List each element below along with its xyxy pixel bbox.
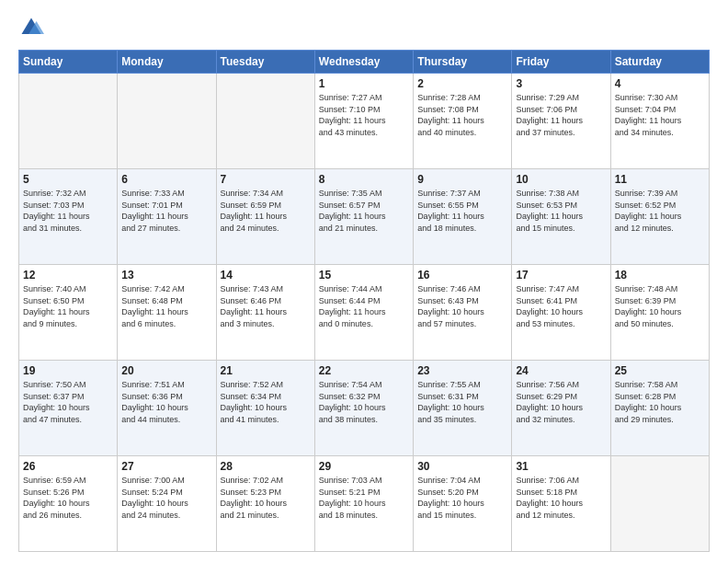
day-info: Sunrise: 7:32 AM Sunset: 7:03 PM Dayligh… [23,188,113,234]
day-cell: 13Sunrise: 7:42 AM Sunset: 6:48 PM Dayli… [118,265,216,361]
day-number: 6 [121,173,211,186]
day-cell: 1Sunrise: 7:27 AM Sunset: 7:10 PM Daylig… [314,74,413,169]
day-number: 22 [319,364,409,377]
day-number: 30 [417,460,507,473]
day-cell: 18Sunrise: 7:48 AM Sunset: 6:39 PM Dayli… [610,265,709,361]
day-cell [118,74,216,169]
col-header-wednesday: Wednesday [314,51,413,74]
day-info: Sunrise: 7:54 AM Sunset: 6:32 PM Dayligh… [319,379,409,425]
day-cell: 14Sunrise: 7:43 AM Sunset: 6:46 PM Dayli… [216,265,314,361]
day-number: 2 [417,77,507,90]
day-info: Sunrise: 7:39 AM Sunset: 6:52 PM Dayligh… [615,188,705,234]
day-number: 1 [319,77,409,90]
day-info: Sunrise: 7:38 AM Sunset: 6:53 PM Dayligh… [516,188,606,234]
day-number: 4 [615,77,705,90]
calendar-header-row: SundayMondayTuesdayWednesdayThursdayFrid… [19,51,710,74]
day-info: Sunrise: 7:28 AM Sunset: 7:08 PM Dayligh… [417,92,507,138]
logo [18,15,48,40]
day-info: Sunrise: 7:30 AM Sunset: 7:04 PM Dayligh… [615,92,705,138]
day-number: 9 [417,173,507,186]
day-number: 8 [319,173,409,186]
day-cell: 10Sunrise: 7:38 AM Sunset: 6:53 PM Dayli… [512,169,610,265]
week-row-0: 1Sunrise: 7:27 AM Sunset: 7:10 PM Daylig… [19,74,710,169]
day-cell: 15Sunrise: 7:44 AM Sunset: 6:44 PM Dayli… [314,265,413,361]
day-info: Sunrise: 7:56 AM Sunset: 6:29 PM Dayligh… [516,379,606,425]
col-header-saturday: Saturday [610,51,709,74]
day-cell: 23Sunrise: 7:55 AM Sunset: 6:31 PM Dayli… [414,361,512,456]
day-info: Sunrise: 7:42 AM Sunset: 6:48 PM Dayligh… [121,283,211,329]
day-cell: 12Sunrise: 7:40 AM Sunset: 6:50 PM Dayli… [19,265,118,361]
day-cell: 24Sunrise: 7:56 AM Sunset: 6:29 PM Dayli… [512,361,610,456]
day-number: 20 [121,364,211,377]
day-number: 13 [121,269,211,282]
day-cell: 4Sunrise: 7:30 AM Sunset: 7:04 PM Daylig… [610,74,709,169]
day-info: Sunrise: 7:04 AM Sunset: 5:20 PM Dayligh… [417,475,507,521]
day-number: 28 [221,460,311,473]
week-row-1: 5Sunrise: 7:32 AM Sunset: 7:03 PM Daylig… [19,169,710,265]
col-header-thursday: Thursday [414,51,512,74]
day-number: 12 [23,269,113,282]
day-info: Sunrise: 7:29 AM Sunset: 7:06 PM Dayligh… [516,92,606,138]
day-number: 18 [615,269,705,282]
day-cell [216,74,314,169]
day-info: Sunrise: 7:00 AM Sunset: 5:24 PM Dayligh… [121,475,211,521]
day-cell: 8Sunrise: 7:35 AM Sunset: 6:57 PM Daylig… [314,169,413,265]
day-number: 21 [221,364,311,377]
logo-icon [18,15,44,40]
day-cell: 19Sunrise: 7:50 AM Sunset: 6:37 PM Dayli… [19,361,118,456]
day-number: 29 [319,460,409,473]
day-cell: 5Sunrise: 7:32 AM Sunset: 7:03 PM Daylig… [19,169,118,265]
day-cell [19,74,118,169]
day-cell: 2Sunrise: 7:28 AM Sunset: 7:08 PM Daylig… [414,74,512,169]
day-number: 19 [23,364,113,377]
day-number: 31 [516,460,606,473]
day-info: Sunrise: 7:37 AM Sunset: 6:55 PM Dayligh… [417,188,507,234]
day-info: Sunrise: 7:27 AM Sunset: 7:10 PM Dayligh… [319,92,409,138]
day-number: 16 [417,269,507,282]
day-cell: 7Sunrise: 7:34 AM Sunset: 6:59 PM Daylig… [216,169,314,265]
day-info: Sunrise: 7:03 AM Sunset: 5:21 PM Dayligh… [319,475,409,521]
day-number: 15 [319,269,409,282]
day-number: 11 [615,173,705,186]
day-info: Sunrise: 7:58 AM Sunset: 6:28 PM Dayligh… [615,379,705,425]
day-number: 26 [23,460,113,473]
day-cell: 26Sunrise: 6:59 AM Sunset: 5:26 PM Dayli… [19,456,118,552]
day-number: 3 [516,77,606,90]
week-row-3: 19Sunrise: 7:50 AM Sunset: 6:37 PM Dayli… [19,361,710,456]
day-number: 23 [417,364,507,377]
day-cell: 31Sunrise: 7:06 AM Sunset: 5:18 PM Dayli… [512,456,610,552]
page: SundayMondayTuesdayWednesdayThursdayFrid… [0,0,728,563]
day-info: Sunrise: 7:48 AM Sunset: 6:39 PM Dayligh… [615,283,705,329]
day-info: Sunrise: 7:06 AM Sunset: 5:18 PM Dayligh… [516,475,606,521]
day-cell: 30Sunrise: 7:04 AM Sunset: 5:20 PM Dayli… [414,456,512,552]
day-cell: 27Sunrise: 7:00 AM Sunset: 5:24 PM Dayli… [118,456,216,552]
day-cell: 29Sunrise: 7:03 AM Sunset: 5:21 PM Dayli… [314,456,413,552]
day-number: 10 [516,173,606,186]
day-cell: 17Sunrise: 7:47 AM Sunset: 6:41 PM Dayli… [512,265,610,361]
day-number: 7 [221,173,311,186]
day-cell: 22Sunrise: 7:54 AM Sunset: 6:32 PM Dayli… [314,361,413,456]
calendar: SundayMondayTuesdayWednesdayThursdayFrid… [18,50,710,552]
day-info: Sunrise: 7:50 AM Sunset: 6:37 PM Dayligh… [23,379,113,425]
week-row-2: 12Sunrise: 7:40 AM Sunset: 6:50 PM Dayli… [19,265,710,361]
day-cell: 21Sunrise: 7:52 AM Sunset: 6:34 PM Dayli… [216,361,314,456]
day-info: Sunrise: 7:40 AM Sunset: 6:50 PM Dayligh… [23,283,113,329]
day-cell: 3Sunrise: 7:29 AM Sunset: 7:06 PM Daylig… [512,74,610,169]
col-header-sunday: Sunday [19,51,118,74]
day-info: Sunrise: 7:52 AM Sunset: 6:34 PM Dayligh… [221,379,311,425]
day-info: Sunrise: 7:51 AM Sunset: 6:36 PM Dayligh… [121,379,211,425]
day-number: 27 [121,460,211,473]
day-info: Sunrise: 7:55 AM Sunset: 6:31 PM Dayligh… [417,379,507,425]
day-info: Sunrise: 7:44 AM Sunset: 6:44 PM Dayligh… [319,283,409,329]
day-info: Sunrise: 7:46 AM Sunset: 6:43 PM Dayligh… [417,283,507,329]
header [18,15,710,40]
day-cell: 16Sunrise: 7:46 AM Sunset: 6:43 PM Dayli… [414,265,512,361]
day-number: 17 [516,269,606,282]
day-number: 5 [23,173,113,186]
day-number: 24 [516,364,606,377]
day-info: Sunrise: 7:33 AM Sunset: 7:01 PM Dayligh… [121,188,211,234]
day-cell: 20Sunrise: 7:51 AM Sunset: 6:36 PM Dayli… [118,361,216,456]
day-cell: 11Sunrise: 7:39 AM Sunset: 6:52 PM Dayli… [610,169,709,265]
col-header-friday: Friday [512,51,610,74]
day-cell [610,456,709,552]
